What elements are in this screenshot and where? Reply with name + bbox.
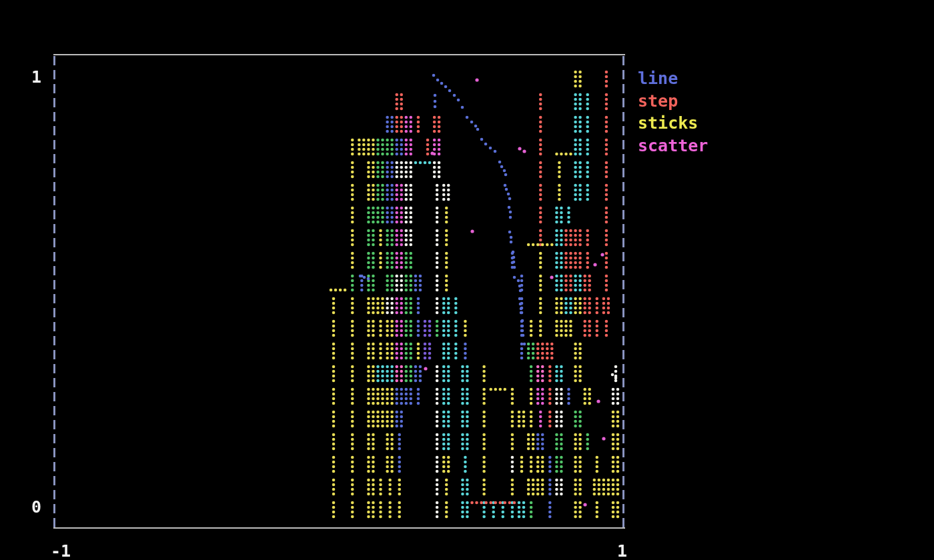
plot-frame-top <box>53 54 625 55</box>
legend: line step sticks scatter <box>638 67 708 157</box>
legend-item-line: line <box>638 67 708 90</box>
plot-dots-canvas <box>0 0 934 560</box>
y-axis-label-min: 0 <box>31 499 41 515</box>
legend-item-scatter: scatter <box>638 135 708 157</box>
legend-item-step: step <box>638 90 708 113</box>
x-axis-label-min: -1 <box>51 543 71 559</box>
plot-frame-bottom <box>53 527 625 529</box>
legend-item-sticks: sticks <box>638 112 708 135</box>
plot-frame-right-dashed <box>622 56 624 528</box>
plot-frame-left-dashed <box>53 56 55 528</box>
x-axis-label-max: 1 <box>617 543 627 559</box>
terminal-plot-screen: 1 0 -1 1 line step sticks scatter <box>0 0 934 560</box>
y-axis-label-max: 1 <box>31 69 41 85</box>
